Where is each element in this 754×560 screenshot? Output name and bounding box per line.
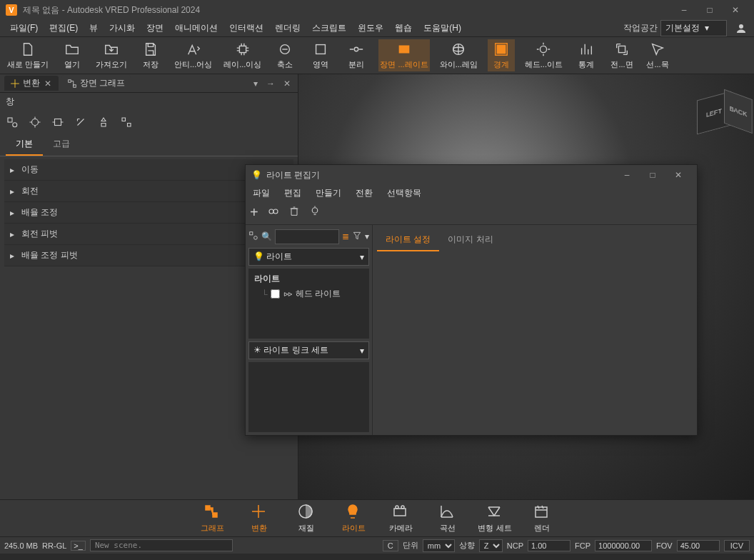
toolbtn-folder[interactable]: 열기 (59, 39, 86, 71)
light-toggle-icon[interactable] (308, 205, 321, 220)
status-c[interactable]: C (383, 540, 398, 551)
up-label: 상향 (459, 540, 475, 551)
delete-icon[interactable] (288, 206, 300, 219)
nav-6[interactable]: 변형 세트 (478, 503, 512, 534)
light-link-combo[interactable]: ☀ 라이트 링크 세트 ▾ (248, 341, 369, 359)
filter-dropdown-icon[interactable]: ▾ (365, 231, 369, 241)
panel-close-icon[interactable]: ✕ (281, 79, 293, 89)
tab-close-icon[interactable]: ✕ (43, 79, 53, 89)
rtab-image[interactable]: 이미지 처리 (439, 229, 501, 251)
icv-button[interactable]: ICV (724, 540, 750, 551)
dialog-close[interactable]: ✕ (665, 166, 691, 184)
menu-webshop[interactable]: 웹숍 (389, 22, 418, 34)
pt-btn-4[interactable] (73, 114, 89, 130)
dialog-maximize[interactable]: □ (640, 166, 665, 184)
panel-detach-icon[interactable]: → (263, 79, 278, 89)
maximize-button[interactable]: □ (697, 0, 723, 20)
up-select[interactable]: Z (479, 539, 503, 552)
tab-transform[interactable]: 변환 ✕ (4, 76, 59, 91)
terminal-icon[interactable]: >_ (71, 541, 86, 551)
menu-rendering[interactable]: 렌더링 (269, 22, 306, 34)
subtab-basic[interactable]: 기본 (6, 134, 43, 156)
unit-select[interactable]: mm (423, 539, 455, 552)
tab-scenegraph[interactable]: 장면 그래프 (61, 76, 131, 91)
svg-rect-8 (496, 45, 506, 54)
toolbtn-label: 레이...이싱 (223, 59, 261, 70)
dialog-titlebar[interactable]: 💡 라이트 편집기 – □ ✕ (246, 165, 697, 185)
filter-icon[interactable] (352, 231, 362, 243)
ncp-input[interactable] (528, 540, 570, 551)
nav-3[interactable]: 라이트 (336, 503, 371, 534)
user-icon[interactable] (733, 20, 750, 37)
menu-scene[interactable]: 장면 (141, 22, 169, 34)
tree-root[interactable]: 라이트 (251, 271, 366, 286)
toolbtn-bound[interactable]: 경계 (488, 39, 515, 71)
close-button[interactable]: ✕ (723, 0, 748, 20)
nav-label: 카메라 (389, 523, 413, 534)
tree-item-headlight[interactable]: └ 헤드 라이트 (251, 286, 366, 301)
add-icon[interactable]: + (250, 204, 258, 221)
pt-btn-1[interactable] (4, 114, 20, 130)
toolbtn-plate[interactable]: 장면 ...레이트 (378, 39, 429, 71)
toolbtn-save[interactable]: 저장 (137, 39, 164, 71)
sort-icon[interactable]: ≣ (342, 231, 349, 241)
light-tree[interactable]: 라이트 └ 헤드 라이트 (248, 269, 369, 339)
toolbtn-wire[interactable]: 와이...레임 (438, 39, 479, 71)
chevron-right-icon: ▸ (10, 251, 17, 261)
duplicate-icon[interactable] (267, 205, 280, 220)
menu-scripts[interactable]: 스크립트 (306, 22, 352, 34)
toolbtn-cpu[interactable]: 레이...이싱 (222, 39, 263, 71)
search-mode-icon[interactable] (248, 231, 258, 243)
nav-0[interactable]: 그래프 (195, 503, 229, 534)
fcp-input[interactable] (595, 540, 652, 551)
dlg-menu-convert[interactable]: 전환 (353, 187, 376, 199)
fov-input[interactable] (677, 540, 720, 551)
menu-view[interactable]: 뷰 (84, 22, 104, 34)
menu-interaction[interactable]: 인터랙션 (223, 22, 269, 34)
toolbtn-headlight[interactable]: 헤드...이트 (523, 39, 564, 71)
toolbtn-sel[interactable]: 선...목 (644, 39, 671, 71)
nav-7[interactable]: 렌더 (525, 503, 559, 534)
toolbtn-stats[interactable]: 통계 (573, 39, 600, 71)
toolbtn-fullscreen[interactable]: 전...면 (608, 39, 635, 71)
nav-2[interactable]: 재질 (289, 503, 323, 534)
dlg-menu-create[interactable]: 만들기 (313, 187, 344, 199)
nav-4[interactable]: 카메라 (383, 503, 418, 534)
workspace-select[interactable]: 기본설정 ▾ (660, 20, 727, 36)
toolbtn-aa[interactable]: 안티...어싱 (173, 39, 213, 71)
dlg-menu-edit[interactable]: 편집 (281, 187, 304, 199)
nav-1[interactable]: 변환 (242, 503, 276, 534)
toolbtn-isolate[interactable]: 분리 (343, 39, 370, 71)
toolbtn-label: 안티...어싱 (174, 59, 212, 70)
light-type-combo[interactable]: 💡 라이트 ▾ (248, 248, 369, 266)
dialog-minimize[interactable]: – (614, 166, 640, 184)
menu-edit[interactable]: 편집(E) (44, 22, 84, 34)
toolbtn-label: 헤드...이트 (525, 59, 563, 70)
search-input[interactable] (275, 229, 339, 244)
toolbtn-region[interactable]: 영역 (307, 39, 334, 71)
menu-file[interactable]: 파일(F) (4, 22, 44, 34)
nav-5[interactable]: 곡선 (431, 503, 465, 534)
pt-btn-5[interactable] (96, 114, 111, 130)
light-link-tree[interactable] (248, 362, 369, 432)
menu-help[interactable]: 도움말(H) (418, 22, 467, 34)
toolbtn-import[interactable]: 가져오기 (94, 39, 129, 71)
pt-btn-3[interactable] (50, 114, 66, 130)
rtab-settings[interactable]: 라이트 설정 (377, 229, 439, 251)
tree-item-checkbox[interactable] (271, 289, 280, 299)
dialog-title: 라이트 편집기 (266, 169, 320, 181)
subtab-advanced[interactable]: 고급 (43, 134, 80, 156)
pt-btn-2[interactable] (27, 114, 43, 130)
viewcube-back[interactable]: BACK (724, 89, 753, 134)
menu-visualize[interactable]: 가시화 (104, 22, 141, 34)
dlg-menu-file[interactable]: 파일 (250, 187, 273, 199)
viewcube[interactable]: LEFT BACK (697, 89, 740, 131)
dlg-menu-selection[interactable]: 선택항목 (384, 187, 424, 199)
toolbtn-downscale[interactable]: 축소 (271, 39, 298, 71)
toolbtn-file[interactable]: 새로 만들기 (6, 39, 50, 71)
panel-menu-icon[interactable]: ▾ (251, 79, 261, 89)
minimize-button[interactable]: – (671, 0, 697, 20)
menu-window[interactable]: 윈도우 (352, 22, 389, 34)
menu-animation[interactable]: 애니메이션 (169, 22, 223, 34)
pt-btn-6[interactable] (119, 114, 134, 130)
